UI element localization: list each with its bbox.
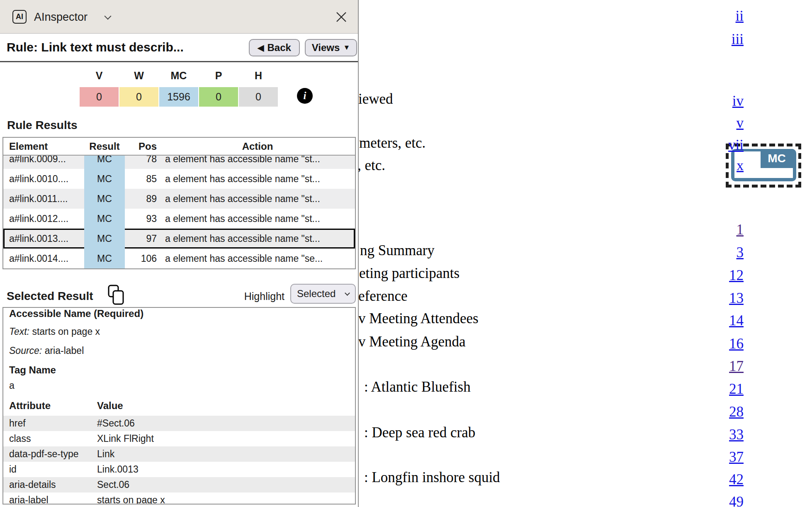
attribute-value: Link.0013: [97, 464, 355, 475]
chevron-down-icon[interactable]: [105, 13, 112, 20]
cell-result: MC: [84, 193, 125, 205]
screen: iewed meters, etc. , etc. ng Summary eti…: [0, 0, 812, 507]
table-row[interactable]: a#link.0013.... MC 97 a element has acce…: [3, 229, 355, 249]
page-text-fragment: eting participants: [359, 265, 459, 282]
ainspector-panel: AI AInspector Rule: Link text must descr…: [0, 0, 359, 507]
rule-title: Rule: Link text must describ...: [7, 40, 184, 54]
cell-action: a element has accessible name "st...: [160, 193, 355, 205]
highlight-select-value: Selected: [297, 288, 335, 300]
column-header-pos[interactable]: Pos: [125, 141, 160, 152]
page-text-fragment: , etc.: [357, 157, 385, 174]
attribute-name: aria-label: [3, 495, 97, 505]
cell-action: a element has accessible name "st...: [160, 213, 355, 224]
toc-page-link[interactable]: 28: [729, 403, 744, 421]
highlight-label: Highlight: [224, 290, 284, 302]
cell-action: a element has accessible name "se...: [160, 253, 355, 264]
cell-element: a#link.0010....: [3, 173, 84, 185]
back-arrow-icon: ◀: [258, 43, 264, 53]
table-header-row: Element Result Pos Action: [3, 138, 355, 156]
toc-page-link[interactable]: vii: [728, 136, 744, 154]
toc-page-link[interactable]: 42: [729, 471, 744, 488]
summary-cell-label: H: [239, 70, 278, 83]
summary-cell-value: 0: [119, 87, 158, 107]
page-text-fragment: v Meeting Agenda: [358, 333, 466, 351]
table-row[interactable]: a#link.0012.... MC 93 a element has acce…: [3, 209, 355, 229]
cell-pos: 89: [125, 193, 160, 205]
cell-result: MC: [84, 156, 125, 165]
toc-page-link[interactable]: 17: [729, 358, 744, 375]
page-text-fragment: v Meeting Attendees: [358, 310, 479, 327]
toc-page-link[interactable]: 3: [737, 244, 744, 261]
cell-pos: 106: [125, 253, 160, 264]
page-text-fragment: ng Summary: [360, 242, 435, 259]
toc-page-link[interactable]: v: [737, 115, 744, 132]
cell-element: a#link.0013....: [3, 233, 84, 244]
close-icon[interactable]: [335, 11, 348, 23]
cell-action: a element has accessible name "st...: [160, 233, 355, 244]
cell-pos: 93: [125, 213, 160, 224]
toc-page-link[interactable]: iii: [732, 31, 744, 48]
toc-page-link[interactable]: ii: [736, 7, 744, 25]
result-summary: V 0 W 0 MC 1596 P 0: [80, 70, 278, 107]
summary-cell-label: V: [80, 70, 119, 83]
toc-page-link[interactable]: 13: [729, 290, 744, 307]
attribute-row: class XLink FlRight: [3, 431, 355, 446]
info-icon[interactable]: i: [297, 88, 313, 104]
summary-cell: H 0: [239, 70, 278, 107]
column-header-element[interactable]: Element: [3, 141, 84, 152]
summary-cell: V 0: [80, 70, 119, 107]
tag-name-value: a: [9, 380, 15, 391]
table-row[interactable]: a#link.0011.... MC 89 a element has acce…: [3, 189, 355, 209]
toc-page-link[interactable]: 1: [737, 221, 744, 239]
highlighted-link-x[interactable]: x: [737, 157, 744, 174]
summary-cell: MC 1596: [159, 70, 198, 107]
copy-icon[interactable]: [108, 285, 124, 305]
table-row[interactable]: a#link.0010.... MC 85 a element has acce…: [3, 169, 355, 189]
toc-page-link[interactable]: 14: [729, 312, 744, 329]
cell-action: a element has accessible name "st...: [160, 173, 355, 185]
highlight-result-badge: MC: [761, 149, 793, 168]
highlight-select[interactable]: Selected: [290, 284, 356, 304]
attribute-value: Link: [97, 448, 355, 460]
attribute-name: data-pdf-se-type: [3, 448, 97, 460]
accessible-name-text: Text: starts on page x: [9, 326, 100, 337]
views-button[interactable]: Views ▼: [305, 39, 357, 56]
rule-titlebar: Rule: Link text must describ... ◀ Back V…: [0, 34, 358, 61]
app-title[interactable]: AInspector: [34, 11, 88, 24]
summary-cell-value: 0: [239, 87, 278, 107]
toc-page-link[interactable]: iv: [732, 93, 744, 110]
attribute-row: data-pdf-se-type Link: [3, 446, 355, 462]
table-row[interactable]: a#link.0014.... MC 106 a element has acc…: [3, 249, 355, 268]
cell-element: a#link.0011....: [3, 193, 84, 205]
attribute-row: href #Sect.06: [3, 416, 355, 431]
toc-page-link[interactable]: 33: [729, 426, 744, 444]
attribute-value: starts on page x: [97, 495, 355, 505]
back-button[interactable]: ◀ Back: [249, 39, 300, 56]
page-text-fragment: eference: [358, 288, 407, 305]
column-header-action[interactable]: Action: [160, 141, 355, 152]
cell-result: MC: [84, 213, 125, 224]
toc-page-link[interactable]: 12: [729, 267, 744, 284]
page-text-fragment: meters, etc.: [359, 134, 425, 152]
table-body: a#link.0009... MC 78 a element has acces…: [3, 156, 355, 268]
toc-page-link[interactable]: 16: [729, 335, 744, 353]
ainspector-logo-icon: AI: [12, 10, 27, 24]
cell-element: a#link.0014....: [3, 253, 84, 264]
cell-action: a element has accessible name "st...: [160, 156, 355, 165]
attribute-row: id Link.0013: [3, 462, 355, 477]
attribute-value: Sect.06: [97, 479, 355, 490]
page-text-fragment: : Longfin inshore squid: [364, 469, 500, 486]
toc-page-link[interactable]: 49: [729, 493, 744, 507]
page-text-fragment: : Deep sea red crab: [364, 424, 475, 441]
attribute-row: aria-details Sect.06: [3, 477, 355, 492]
toc-page-link[interactable]: 37: [729, 448, 744, 466]
selected-result-heading: Selected Result: [7, 290, 93, 303]
table-row[interactable]: a#link.0009... MC 78 a element has acces…: [3, 156, 355, 169]
attribute-value: XLink FlRight: [97, 433, 355, 444]
toc-page-link[interactable]: 21: [729, 380, 744, 398]
summary-cell-label: P: [199, 70, 238, 83]
summary-cell-value: 1596: [159, 87, 198, 107]
cell-result: MC: [84, 253, 125, 264]
cell-element: a#link.0012....: [3, 213, 84, 224]
column-header-result[interactable]: Result: [84, 141, 125, 152]
